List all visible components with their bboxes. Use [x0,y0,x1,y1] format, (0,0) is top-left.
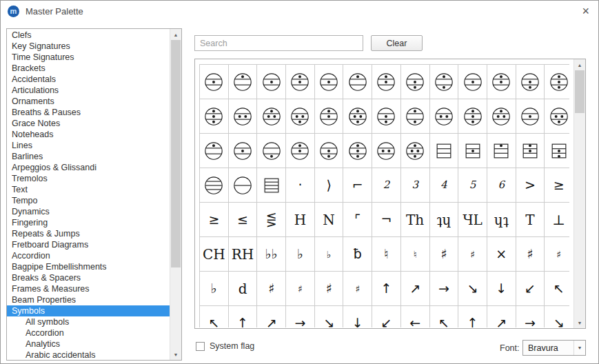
scrollbar-thumb[interactable] [575,70,585,113]
clear-button[interactable]: Clear [371,35,423,51]
symbol-cell[interactable]: → [286,306,315,327]
sidebar-item-text[interactable]: Text [7,184,170,195]
symbol-cell[interactable] [286,65,315,99]
sidebar-item-tremolos[interactable]: Tremolos [7,173,170,184]
symbol-cell[interactable] [200,134,229,168]
symbol-cell[interactable]: ♯ [458,237,487,272]
symbol-cell[interactable]: ♭ [286,237,315,272]
sidebar-item-bagpipe-embellishments[interactable]: Bagpipe Embellishments [7,261,170,272]
symbol-cell[interactable]: ≥ [200,203,229,237]
symbol-cell[interactable] [516,99,545,134]
symbol-cell[interactable]: ⊥ [545,203,569,237]
symbol-cell[interactable]: ↑ [458,306,487,327]
sidebar-item-clefs[interactable]: Clefs [7,30,170,41]
scroll-up-icon[interactable]: ▲ [574,59,585,70]
symbol-cell[interactable] [372,65,401,99]
symbol-cell[interactable]: · [286,168,315,203]
sidebar-item-noteheads[interactable]: Noteheads [7,129,170,140]
symbol-cell[interactable]: T [516,203,545,237]
symbol-cell[interactable]: ⟩ [315,168,344,203]
symbol-cell[interactable] [545,134,569,168]
sidebar-item-key-signatures[interactable]: Key Signatures [7,41,170,52]
symbol-cell[interactable]: ♮ [401,237,430,272]
symbol-cell[interactable] [458,65,487,99]
symbol-cell[interactable]: ♯ [516,237,545,272]
symbol-cell[interactable]: ♭♭ [257,237,286,272]
symbol-cell[interactable]: H [286,203,315,237]
symbol-cell[interactable]: ↘ [458,272,487,306]
symbol-cell[interactable] [200,168,229,203]
sidebar-item-symbols[interactable]: Symbols [7,305,170,316]
symbol-cell[interactable] [315,99,344,134]
symbol-cell[interactable]: ♭ [200,272,229,306]
symbol-cell[interactable]: 3 [401,168,430,203]
sidebar-item-beam-properties[interactable]: Beam Properties [7,294,170,305]
symbol-cell[interactable]: ♯ [545,237,569,272]
symbol-cell[interactable]: ↖ [430,306,459,327]
symbol-cell[interactable] [315,134,344,168]
symbol-cell[interactable]: ↘ [315,306,344,327]
search-input[interactable] [194,35,363,51]
symbol-cell[interactable]: ↙ [372,306,401,327]
symbol-cell[interactable] [286,99,315,134]
symbol-cell[interactable]: ♮ [372,237,401,272]
symbol-cell[interactable]: ƀ [343,237,372,272]
sidebar-item-articulations[interactable]: Articulations [7,85,170,96]
symbol-cell[interactable] [257,65,286,99]
symbol-cell[interactable] [545,65,569,99]
sidebar-item-lines[interactable]: Lines [7,140,170,151]
symbol-cell[interactable]: 5 [458,168,487,203]
symbol-cell[interactable]: ↙ [516,272,545,306]
sidebar-scrollbar[interactable]: ▲ ▼ [170,29,181,360]
symbol-cell[interactable]: 6 [487,168,516,203]
symbol-cell[interactable]: ↓ [343,306,372,327]
symbol-cell[interactable] [229,134,258,168]
symbol-cell[interactable]: ↗ [257,306,286,327]
scroll-down-icon[interactable]: ▼ [170,349,181,360]
sidebar-item-arabic-accidentals[interactable]: Arabic accidentals [7,350,170,359]
symbol-cell[interactable] [372,134,401,168]
symbol-cell[interactable]: ↑ [372,272,401,306]
symbol-cell[interactable] [516,65,545,99]
symbol-cell[interactable] [229,168,258,203]
sidebar-item-breaks-spacers[interactable]: Breaks & Spacers [7,272,170,283]
close-icon[interactable]: × [580,5,591,17]
sidebar-item-breaths-pauses[interactable]: Breaths & Pauses [7,107,170,118]
symbol-cell[interactable]: ↓ [487,272,516,306]
symbol-cell[interactable] [343,99,372,134]
sidebar-item-accordion[interactable]: Accordion [7,327,170,338]
symbol-cell[interactable]: Th [401,203,430,237]
symbol-cell[interactable] [229,65,258,99]
sidebar-item-analytics[interactable]: Analytics [7,338,170,350]
symbol-cell[interactable] [229,99,258,134]
sidebar-item-arpeggios-glissandi[interactable]: Arpeggios & Glissandi [7,162,170,173]
sidebar-item-ornaments[interactable]: Ornaments [7,96,170,107]
sidebar-item-all-symbols[interactable]: All symbols [7,316,170,327]
symbol-cell[interactable] [487,65,516,99]
symbol-cell[interactable] [343,134,372,168]
symbol-cell[interactable]: > [516,168,545,203]
sidebar-item-fingering[interactable]: Fingering [7,217,170,228]
sidebar-item-dynamics[interactable]: Dynamics [7,206,170,217]
symbol-cell[interactable] [257,99,286,134]
symbol-cell[interactable]: ↖ [200,306,229,327]
sidebar-item-time-signatures[interactable]: Time Signatures [7,52,170,63]
symbol-cell[interactable]: ♯ [343,272,372,306]
symbol-cell[interactable] [487,99,516,134]
symbol-cell[interactable]: ♯ [430,237,459,272]
symbol-cell[interactable]: → [430,272,459,306]
symbol-cell[interactable]: ♯ [315,272,344,306]
symbol-cell[interactable]: ↗ [487,306,516,327]
symbol-cell[interactable] [458,99,487,134]
sidebar-item-accidentals[interactable]: Accidentals [7,74,170,85]
symbol-cell[interactable] [200,99,229,134]
sidebar-item-brackets[interactable]: Brackets [7,63,170,74]
sidebar-item-frames-measures[interactable]: Frames & Measures [7,283,170,294]
symbol-cell[interactable]: ↘ [545,306,569,327]
symbol-cell[interactable]: 4 [430,168,459,203]
scrollbar-thumb[interactable] [171,40,181,267]
symbol-cell[interactable]: ⌜ [343,203,372,237]
sidebar-item-barlines[interactable]: Barlines [7,151,170,162]
sidebar-item-fretboard-diagrams[interactable]: Fretboard Diagrams [7,239,170,250]
symbol-cell[interactable]: ↖ [545,272,569,306]
